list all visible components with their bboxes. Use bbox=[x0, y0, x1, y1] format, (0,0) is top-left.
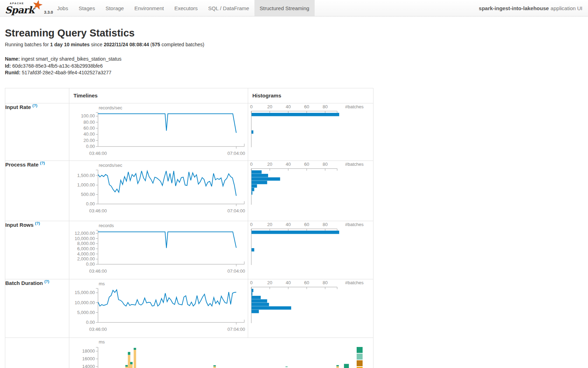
spark-version: 3.3.0 bbox=[44, 10, 53, 15]
svg-text:20: 20 bbox=[267, 162, 272, 167]
header-timelines: Timelines bbox=[69, 88, 248, 103]
batch-duration-histogram-chart: 020406080#batches bbox=[248, 279, 373, 332]
batch-duration-label: Batch Duration (?) bbox=[5, 279, 69, 338]
tab-jobs[interactable]: Jobs bbox=[52, 0, 74, 16]
svg-text:80: 80 bbox=[323, 280, 328, 285]
svg-text:18000: 18000 bbox=[82, 348, 95, 354]
svg-text:1,000.00: 1,000.00 bbox=[77, 182, 95, 188]
top-navbar: APACHE Spark ★ 3.3.0 Jobs Stages Storage… bbox=[0, 0, 588, 16]
svg-text:0.00: 0.00 bbox=[86, 261, 95, 267]
header-histograms: Histograms bbox=[248, 88, 373, 103]
nav-tabs: Jobs Stages Storage Environment Executor… bbox=[52, 0, 315, 16]
svg-text:20.00: 20.00 bbox=[83, 137, 95, 143]
svg-text:#batches: #batches bbox=[345, 222, 364, 227]
tab-sql-dataframe[interactable]: SQL / DataFrame bbox=[203, 0, 254, 16]
svg-text:0: 0 bbox=[250, 222, 252, 227]
process-rate-timeline-chart: records/sec1,500.001,000.00500.000.0003:… bbox=[69, 161, 245, 213]
svg-text:8,000.00: 8,000.00 bbox=[77, 241, 95, 246]
svg-text:records: records bbox=[99, 223, 114, 228]
svg-text:60: 60 bbox=[304, 280, 309, 285]
svg-text:60: 60 bbox=[304, 162, 309, 167]
input-rows-help-link[interactable]: (?) bbox=[35, 221, 40, 225]
input-rows-row: Input Rows (?) records12,000.0010,000.00… bbox=[5, 221, 373, 279]
svg-text:03:46:00: 03:46:00 bbox=[89, 151, 107, 156]
apache-label: APACHE bbox=[10, 2, 24, 5]
streaming-stats-table: Timelines Histograms Input Rate (?) reco… bbox=[5, 88, 373, 368]
svg-text:80: 80 bbox=[323, 162, 328, 167]
svg-text:6,000.00: 6,000.00 bbox=[77, 246, 95, 251]
input-rows-histogram-chart: 020406080#batches bbox=[248, 221, 373, 274]
svg-text:500.00: 500.00 bbox=[81, 192, 95, 197]
running-duration: 1 day 10 minutes bbox=[50, 42, 90, 47]
input-rows-label: Input Rows (?) bbox=[5, 221, 69, 279]
operation-duration-label bbox=[5, 338, 69, 368]
input-rate-histogram-chart: 020406080#batches bbox=[248, 103, 373, 156]
running-batches-line: Running batches for 1 day 10 minutes sin… bbox=[5, 41, 588, 48]
svg-text:0: 0 bbox=[250, 280, 252, 285]
svg-text:03:46:00: 03:46:00 bbox=[89, 208, 107, 213]
stats-header-row: Timelines Histograms bbox=[5, 88, 373, 103]
application-name: spark-ingest-into-lakehouse bbox=[479, 5, 549, 11]
input-rate-row: Input Rate (?) records/sec100.0080.0060.… bbox=[5, 103, 373, 161]
spark-logo: APACHE Spark ★ 3.3.0 bbox=[5, 0, 48, 16]
input-rows-timeline-chart: records12,000.0010,000.008,000.006,000.0… bbox=[69, 221, 245, 274]
application-title: spark-ingest-into-lakehouse application … bbox=[479, 0, 582, 16]
batch-duration-timeline-chart: ms15,000.0010,000.005,000.000.0003:46:00… bbox=[69, 279, 245, 332]
svg-text:100.00: 100.00 bbox=[81, 113, 95, 118]
svg-text:5,000.00: 5,000.00 bbox=[77, 309, 95, 315]
svg-text:#batches: #batches bbox=[345, 162, 364, 167]
svg-text:80.00: 80.00 bbox=[83, 119, 95, 124]
batch-duration-help-link[interactable]: (?) bbox=[44, 279, 49, 284]
svg-text:ms: ms bbox=[99, 339, 105, 345]
svg-text:40: 40 bbox=[286, 104, 290, 109]
svg-text:60.00: 60.00 bbox=[83, 125, 95, 131]
svg-text:15,000.00: 15,000.00 bbox=[75, 290, 95, 295]
svg-text:40.00: 40.00 bbox=[83, 131, 95, 137]
svg-text:0.00: 0.00 bbox=[86, 144, 95, 149]
svg-text:60: 60 bbox=[304, 104, 309, 109]
application-suffix: application UI bbox=[551, 5, 582, 11]
start-timestamp: 2022/11/24 08:08:44 bbox=[104, 42, 149, 47]
svg-text:0.00: 0.00 bbox=[86, 320, 95, 325]
svg-text:records/sec: records/sec bbox=[99, 163, 122, 168]
spark-wordmark: APACHE Spark ★ bbox=[5, 5, 34, 15]
svg-text:1,500.00: 1,500.00 bbox=[77, 173, 95, 178]
page-title: Streaming Query Statistics bbox=[5, 28, 588, 38]
operation-duration-row: ms180001600014000 bbox=[5, 338, 373, 368]
svg-text:4,000.00: 4,000.00 bbox=[77, 251, 95, 256]
operation-duration-stacked-chart: ms180001600014000 bbox=[69, 338, 368, 368]
input-rate-timeline-chart: records/sec100.0080.0060.0040.0020.000.0… bbox=[69, 103, 245, 156]
input-rate-label: Input Rate (?) bbox=[5, 103, 69, 161]
svg-text:60: 60 bbox=[304, 222, 309, 227]
svg-text:07:04:00: 07:04:00 bbox=[227, 208, 245, 213]
svg-text:12,000.00: 12,000.00 bbox=[75, 230, 95, 236]
tab-stages[interactable]: Stages bbox=[74, 0, 100, 16]
svg-text:40: 40 bbox=[286, 162, 290, 167]
svg-text:0: 0 bbox=[250, 104, 252, 109]
svg-text:ms: ms bbox=[99, 281, 105, 286]
completed-batch-count: 575 bbox=[152, 42, 160, 47]
input-rate-help-link[interactable]: (?) bbox=[33, 103, 37, 108]
svg-text:07:04:00: 07:04:00 bbox=[227, 151, 245, 156]
svg-text:03:46:00: 03:46:00 bbox=[89, 268, 107, 274]
svg-text:07:04:00: 07:04:00 bbox=[227, 327, 245, 332]
spark-star-icon: ★ bbox=[32, 0, 43, 11]
tab-executors[interactable]: Executors bbox=[169, 0, 203, 16]
tab-environment[interactable]: Environment bbox=[129, 0, 169, 16]
query-name-line: Name: ingest smart_city shared_bikes_sta… bbox=[5, 56, 588, 63]
tab-storage[interactable]: Storage bbox=[100, 0, 129, 16]
process-rate-help-link[interactable]: (?) bbox=[40, 161, 45, 165]
header-empty bbox=[5, 88, 69, 103]
svg-text:20: 20 bbox=[267, 222, 272, 227]
process-rate-histogram-chart: 020406080#batches bbox=[248, 161, 373, 213]
svg-text:#batches: #batches bbox=[345, 280, 364, 285]
svg-text:14000: 14000 bbox=[82, 364, 95, 368]
svg-text:2,000.00: 2,000.00 bbox=[77, 256, 95, 261]
tab-structured-streaming[interactable]: Structured Streaming bbox=[254, 0, 315, 16]
process-rate-row: Process Rate (?) records/sec1,500.001,00… bbox=[5, 161, 373, 221]
svg-text:10,000.00: 10,000.00 bbox=[75, 236, 95, 241]
svg-text:16000: 16000 bbox=[82, 356, 95, 361]
svg-text:07:04:00: 07:04:00 bbox=[227, 268, 245, 274]
svg-text:records/sec: records/sec bbox=[99, 105, 122, 110]
svg-text:80: 80 bbox=[323, 222, 328, 227]
